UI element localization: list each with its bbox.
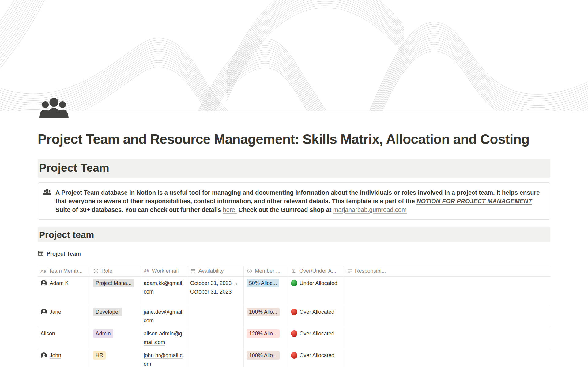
column-header-label: Availability xyxy=(198,268,224,274)
table-row[interactable]: JohnHRjohn.hr@gmail.com100% Allo...Over … xyxy=(38,349,551,367)
column-header[interactable]: Availability xyxy=(187,266,244,276)
cell-availability[interactable] xyxy=(187,349,244,367)
red-circle-icon xyxy=(291,352,297,359)
person-icon xyxy=(40,309,47,318)
tag-yellow[interactable]: HR xyxy=(93,351,106,360)
allocation-status-label: Over Allocated xyxy=(300,329,334,338)
tag-brown[interactable]: 100% Allo... xyxy=(247,308,280,316)
work-email-link[interactable]: jane.dev@gmail.com xyxy=(144,309,184,324)
green-circle-icon xyxy=(291,280,297,286)
cell-availability[interactable] xyxy=(187,305,244,327)
red-circle-icon xyxy=(291,309,297,315)
cell-team-member[interactable]: Adam K xyxy=(38,277,90,305)
callout-text-segment: Check out the Gumroad shop at xyxy=(237,206,333,213)
people-group-icon xyxy=(43,189,51,196)
cell-over-under-allocation[interactable]: Over Allocated xyxy=(288,349,344,367)
member-name[interactable]: Adam K xyxy=(50,279,69,287)
work-email-link[interactable]: adam.kk@gmail.com xyxy=(144,280,184,295)
red-circle-icon xyxy=(291,330,297,337)
table-body: Adam KProject Mana...adam.kk@gmail.comOc… xyxy=(38,277,551,367)
person-icon xyxy=(40,352,47,361)
cell-work-email[interactable]: john.hr@gmail.com xyxy=(141,349,187,367)
table-row[interactable]: AlisonAdminalison.admin@gmail.com120% Al… xyxy=(38,327,551,349)
tag-gray[interactable]: Project Mana... xyxy=(93,279,134,287)
allocation-status-label: Under Allocated xyxy=(300,279,337,287)
column-header-label: Team Memb... xyxy=(49,268,83,274)
tag-gray[interactable]: Developer xyxy=(93,308,123,316)
tag-blue[interactable]: 50% Alloc... xyxy=(247,279,279,287)
cell-work-email[interactable]: jane.dev@gmail.com xyxy=(141,305,187,327)
callout-link[interactable]: marjanarbab.gumroad.com xyxy=(333,206,407,213)
cell-availability[interactable] xyxy=(187,327,244,349)
work-email-link[interactable]: john.hr@gmail.com xyxy=(144,352,183,367)
section-heading-project-team-2: Project team xyxy=(38,227,550,242)
notion-page: Project Team and Resource Management: Sk… xyxy=(0,0,588,367)
cell-over-under-allocation[interactable]: Under Allocated xyxy=(288,277,344,305)
people-group-icon[interactable] xyxy=(38,98,70,119)
cell-role[interactable]: Admin xyxy=(90,327,141,349)
tag-red[interactable]: 120% Allo... xyxy=(247,329,280,338)
cell-member-allocation[interactable]: 50% Alloc... xyxy=(244,277,288,305)
person-icon xyxy=(40,280,47,289)
allocation-status-label: Over Allocated xyxy=(300,351,334,360)
work-email-link[interactable]: alison.admin@gmail.com xyxy=(144,331,182,345)
cell-work-email[interactable]: adam.kk@gmail.com xyxy=(141,277,187,305)
cell-responsibilities[interactable] xyxy=(344,327,551,349)
cell-member-allocation[interactable]: 100% Allo... xyxy=(244,305,288,327)
table-header-row: AaTeam Memb...Role@Work emailAvailabilit… xyxy=(38,266,551,277)
column-header-label: Member ... xyxy=(255,268,281,274)
cell-over-under-allocation[interactable]: Over Allocated xyxy=(288,305,344,327)
cell-availability[interactable]: October 31, 2023 → October 31, 2023 xyxy=(187,277,244,305)
column-header-label: Over/Under A... xyxy=(299,268,336,274)
column-header[interactable]: Role xyxy=(90,266,141,276)
database-table: AaTeam Memb...Role@Work emailAvailabilit… xyxy=(38,266,551,367)
notion-suite-link[interactable]: NOTION FOR PROJECT MANAGEMENT xyxy=(417,198,532,204)
availability-dates: October 31, 2023 → October 31, 2023 xyxy=(190,280,239,295)
cell-responsibilities[interactable] xyxy=(344,277,551,305)
cell-member-allocation[interactable]: 120% Allo... xyxy=(244,327,288,349)
callout-text-segment: Suite of 30+ databases. You can check ou… xyxy=(55,206,223,213)
wave-lines-pattern xyxy=(0,0,588,111)
table-icon xyxy=(38,250,44,258)
allocation-status-label: Over Allocated xyxy=(300,308,334,316)
database-title-bar[interactable]: Project Team xyxy=(38,250,550,258)
cell-responsibilities[interactable] xyxy=(344,349,551,367)
callout-link[interactable]: here. xyxy=(223,206,237,213)
member-name[interactable]: John xyxy=(50,351,61,360)
table-row[interactable]: JaneDeveloperjane.dev@gmail.com100% Allo… xyxy=(38,305,551,327)
column-header[interactable]: @Work email xyxy=(141,266,187,276)
cell-responsibilities[interactable] xyxy=(344,305,551,327)
database-title[interactable]: Project Team xyxy=(47,251,81,257)
cell-role[interactable]: Project Mana... xyxy=(90,277,141,305)
cell-role[interactable]: Developer xyxy=(90,305,141,327)
section-heading-project-team: Project Team xyxy=(38,159,550,177)
column-header-label: Responsibi... xyxy=(355,268,386,274)
callout: A Project Team database in Notion is a u… xyxy=(38,182,550,220)
column-header-label: Role xyxy=(101,268,112,274)
cell-role[interactable]: HR xyxy=(90,349,141,367)
tag-brown[interactable]: 100% Allo... xyxy=(247,351,280,360)
cell-work-email[interactable]: alison.admin@gmail.com xyxy=(141,327,187,349)
column-header-label: Work email xyxy=(152,268,179,274)
cell-team-member[interactable]: Jane xyxy=(38,305,90,327)
table-row[interactable]: Adam KProject Mana...adam.kk@gmail.comOc… xyxy=(38,277,551,305)
column-header[interactable]: AaTeam Memb... xyxy=(38,266,90,276)
cell-team-member[interactable]: Alison xyxy=(38,327,90,349)
member-name[interactable]: Jane xyxy=(50,308,61,316)
member-name[interactable]: Alison xyxy=(40,329,55,338)
column-header[interactable]: Responsibi... xyxy=(344,266,551,276)
column-header[interactable]: Member ... xyxy=(244,266,288,276)
tag-purple[interactable]: Admin xyxy=(93,329,113,338)
cell-over-under-allocation[interactable]: Over Allocated xyxy=(288,327,344,349)
page-cover xyxy=(0,0,588,111)
page-title[interactable]: Project Team and Resource Management: Sk… xyxy=(38,132,550,147)
callout-text: A Project Team database in Notion is a u… xyxy=(55,188,544,214)
cell-team-member[interactable]: John xyxy=(38,349,90,367)
column-header[interactable]: ΣOver/Under A... xyxy=(288,266,344,276)
cell-member-allocation[interactable]: 100% Allo... xyxy=(244,349,288,367)
